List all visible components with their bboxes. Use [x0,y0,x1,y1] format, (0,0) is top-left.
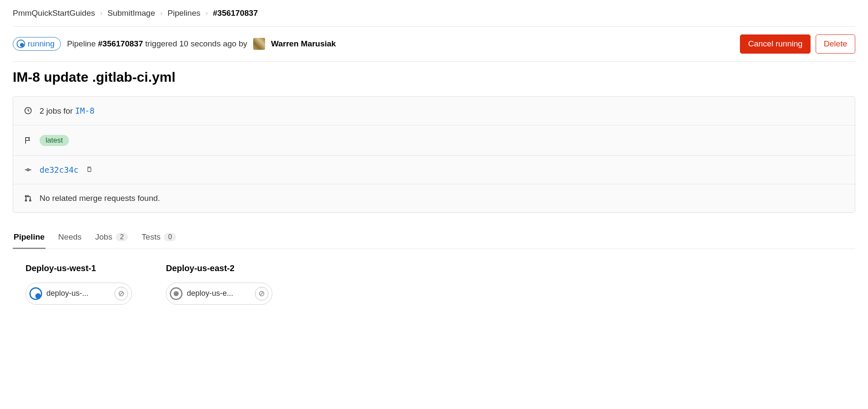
breadcrumb-item-current: #356170837 [213,9,258,18]
tabs: Pipeline Needs Jobs 2 Tests 0 [13,228,855,249]
delete-button[interactable]: Delete [816,34,855,54]
username[interactable]: Warren Marusiak [271,39,336,49]
breadcrumb-item[interactable]: SubmitImage [108,9,155,18]
svg-rect-2 [88,168,91,172]
divider [13,61,855,62]
status-badge-running[interactable]: running [13,37,61,51]
tag-row: latest [13,126,855,156]
svg-point-5 [29,200,31,201]
chevron-right-icon: › [100,9,102,17]
chevron-right-icon: › [160,9,163,17]
commit-link[interactable]: de32c34c [40,165,79,174]
cancel-running-button[interactable]: Cancel running [740,34,811,54]
svg-point-3 [25,195,26,197]
cancel-job-icon[interactable] [114,287,128,300]
stage-title: Deploy-us-west-1 [26,263,132,273]
pipeline-info-panel: 2 jobs for IM-8 latest de32c34c No relat… [13,96,855,213]
stage-column: Deploy-us-west-1 deploy-us-... [26,263,132,305]
flag-icon [23,136,33,145]
stage-title: Deploy-us-east-2 [166,263,272,273]
tab-jobs[interactable]: Jobs 2 [94,228,129,249]
count-badge: 0 [164,233,176,241]
jobs-text: 2 jobs for IM-8 [40,106,94,116]
svg-point-4 [25,200,26,201]
chevron-right-icon: › [206,9,208,17]
merge-request-icon [23,194,33,203]
tab-tests[interactable]: Tests 0 [141,228,177,249]
job-name: deploy-us-... [46,289,110,298]
merge-request-row: No related merge requests found. [13,184,855,212]
tab-needs[interactable]: Needs [57,228,83,249]
stage-column: Deploy-us-east-2 deploy-us-e... [166,263,272,305]
job-pill[interactable]: deploy-us-e... [166,283,272,305]
page-title: IM-8 update .gitlab-ci.yml [13,69,855,85]
breadcrumb-item[interactable]: PmmQuickStartGuides [13,9,95,18]
merge-request-text: No related merge requests found. [40,194,160,203]
cancel-job-icon[interactable] [255,287,268,300]
clock-icon [23,106,33,115]
breadcrumb-item[interactable]: Pipelines [168,9,200,18]
pipeline-graph: Deploy-us-west-1 deploy-us-... Deploy-us… [13,249,855,309]
pipeline-meta: Pipeline #356170837 triggered 10 seconds… [67,39,247,49]
job-pill[interactable]: deploy-us-... [26,283,132,305]
branch-link[interactable]: IM-8 [75,106,94,115]
running-icon [17,40,25,48]
tag-badge-latest: latest [40,135,69,146]
commit-icon [23,166,33,174]
job-name: deploy-us-e... [187,289,251,298]
running-icon [29,287,42,300]
created-icon [170,287,183,300]
commit-row: de32c34c [13,156,855,184]
avatar[interactable] [253,38,265,50]
count-badge: 2 [116,233,128,241]
jobs-row: 2 jobs for IM-8 [13,97,855,126]
copy-icon[interactable] [86,165,92,174]
tab-pipeline[interactable]: Pipeline [13,228,46,249]
status-label: running [28,39,54,49]
svg-point-1 [27,169,29,171]
pipeline-header: running Pipeline #356170837 triggered 10… [13,27,855,61]
breadcrumb: PmmQuickStartGuides › SubmitImage › Pipe… [13,9,855,26]
